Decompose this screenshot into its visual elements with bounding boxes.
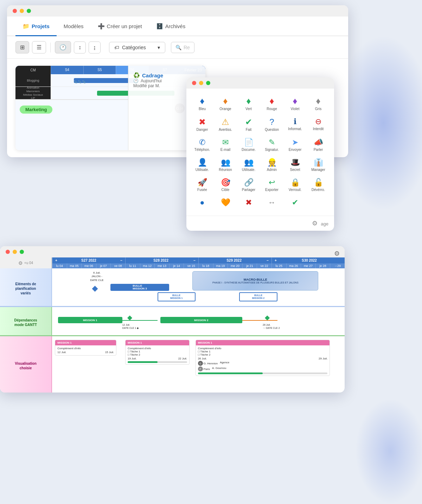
- card1-content: Complément d'info 12 Juil. 15 Juil.: [55, 345, 116, 355]
- icon-orange[interactable]: ♦ Orange: [215, 94, 236, 113]
- gantt-settings-icon[interactable]: ⚙: [334, 250, 340, 257]
- collapse-s27[interactable]: −: [120, 259, 122, 262]
- day-je28: je 28: [315, 263, 330, 268]
- icon-label-signature: Signatur.: [265, 148, 279, 152]
- progress-fill-3: [198, 372, 263, 374]
- icon-deverrouiller[interactable]: 🔓 Dévérro.: [308, 177, 328, 194]
- grid-view-button[interactable]: ⊞: [15, 41, 29, 53]
- expand-s30[interactable]: +: [275, 259, 277, 262]
- clock-button[interactable]: 🕐: [55, 41, 71, 53]
- icon-document[interactable]: 📄 Docume.: [238, 136, 259, 154]
- row-label-planification-text: Eléments deplanificationvariés: [15, 282, 36, 295]
- icon-label-email: E-mail: [220, 148, 230, 152]
- gantt-maximize-button[interactable]: [20, 250, 24, 254]
- icon-label-admin: Admin: [267, 168, 277, 172]
- manager-icon: 👔: [314, 159, 323, 166]
- icon-verrouiller[interactable]: 🔒 Verrouil.: [285, 177, 305, 194]
- sort-asc-button[interactable]: ↕: [74, 42, 86, 53]
- tab-archives[interactable]: 🗄️ Archivés: [149, 17, 193, 36]
- card-mission1-mid: MISSION 1 Complément d'info □ Tâche 1 □ …: [125, 340, 190, 365]
- icon-label-danger: Danger: [197, 128, 208, 132]
- expand-s27[interactable]: +: [55, 259, 57, 262]
- tab-creer[interactable]: ➕ Créer un projet: [91, 17, 149, 36]
- icon-picker-window: ♦ Bleu ♦ Orange ♦ Vert ♦ Rouge ♦ Violet …: [186, 77, 334, 231]
- icon-misc5[interactable]: ✔: [285, 197, 305, 210]
- icon-violet[interactable]: ♦ Violet: [285, 94, 305, 113]
- gantt-close-button[interactable]: [6, 250, 10, 254]
- picker-close-button[interactable]: [192, 81, 196, 85]
- icon-partager[interactable]: 🔗 Partager: [238, 177, 259, 194]
- s30-label: S30 2022: [302, 259, 317, 262]
- icon-label-secret: Secret: [290, 168, 300, 172]
- icon-fusee[interactable]: 🚀 Fusée: [192, 177, 212, 194]
- icon-question[interactable]: ? Question: [262, 116, 282, 134]
- day-lu04: lu 04: [52, 263, 67, 268]
- icon-info[interactable]: ℹ Informat.: [285, 116, 305, 134]
- icon-label-utilisateur2: Utilisate.: [242, 168, 255, 172]
- diamond-datecle1: [127, 315, 132, 320]
- question-icon: ?: [269, 118, 274, 126]
- icon-cible[interactable]: 🎯 Cible: [215, 177, 236, 194]
- settings-small-icon[interactable]: ⚙: [18, 260, 23, 266]
- icon-vert[interactable]: ♦ Vert: [238, 94, 259, 113]
- col-cm: CM: [15, 66, 51, 74]
- gantt-minimize-button[interactable]: [13, 250, 17, 254]
- diamond-red-icon: ♦: [269, 96, 274, 106]
- icon-bleu[interactable]: ♦ Bleu: [192, 94, 212, 113]
- gear-settings-icon[interactable]: ⚙: [312, 220, 318, 227]
- icon-danger[interactable]: ✖ Danger: [192, 116, 212, 134]
- icon-interdit[interactable]: ⊖ Interdit: [308, 116, 328, 134]
- maximize-button[interactable]: [27, 9, 31, 13]
- icon-utilisateur2[interactable]: 👥 Utilisate.: [238, 157, 259, 174]
- icon-label-vert: Vert: [245, 107, 252, 111]
- gantt-bar-1: 📎 📎 📎: [74, 78, 136, 83]
- icon-avertiss[interactable]: ⚠ Avertiss.: [215, 116, 236, 134]
- icon-label-question: Question: [265, 128, 279, 132]
- list-view-button[interactable]: ☰: [32, 41, 46, 53]
- icon-email[interactable]: ✉ E-mail: [215, 136, 236, 154]
- icon-misc1[interactable]: ●: [192, 197, 212, 210]
- icon-label-interdit: Interdit: [313, 127, 324, 131]
- sort-desc-button[interactable]: ↨: [89, 42, 101, 53]
- icon-utilisateur[interactable]: 👤 Utilisate.: [192, 157, 212, 174]
- picker-maximize-button[interactable]: [206, 81, 210, 85]
- collapse-s29[interactable]: −: [267, 259, 269, 262]
- search-icon: 🔍: [175, 45, 181, 50]
- icon-misc3[interactable]: ✖: [238, 197, 259, 210]
- collapse-s28[interactable]: −: [193, 259, 196, 262]
- tab-modeles[interactable]: Modèles: [57, 17, 91, 36]
- misc1-icon: ●: [200, 199, 204, 206]
- s29-label: S29 2022: [226, 259, 242, 262]
- icon-manager[interactable]: 👔 Manager: [308, 157, 328, 174]
- icon-fait[interactable]: ✔ Fait: [238, 116, 259, 134]
- icon-parler[interactable]: 📣 Parler: [308, 136, 328, 154]
- icon-misc4[interactable]: ↔: [262, 197, 282, 210]
- icon-label-rouge: Rouge: [267, 107, 277, 111]
- label-datecle2: 28 Juil.→ DATE CLE 2: [263, 323, 280, 330]
- danger-icon: ✖: [199, 118, 206, 126]
- picker-minimize-button[interactable]: [199, 81, 203, 85]
- label-datecle1: 12 Juil.DATE CLE 1 ◆: [122, 323, 139, 330]
- search-box[interactable]: 🔍 Re: [171, 42, 194, 53]
- close-button[interactable]: [13, 9, 17, 13]
- progress-bar-3: [198, 372, 328, 374]
- icon-telephone[interactable]: ✆ Téléphon.: [192, 136, 212, 154]
- icon-signature[interactable]: ✎ Signatur.: [262, 136, 282, 154]
- gantt-row-dependances: Dépendancesmode GANTT MISSION 1 12 Juil.…: [0, 307, 345, 336]
- tab-projets-label: Projets: [32, 23, 50, 29]
- project-card[interactable]: CM S4 S5 S6 S7 Février 23 Blogging: [15, 66, 205, 150]
- minimize-button[interactable]: [20, 9, 24, 13]
- icon-secret[interactable]: 🎩 Secret: [285, 157, 305, 174]
- tab-projets[interactable]: 📁 Projets: [15, 17, 57, 36]
- categories-dropdown[interactable]: 🏷 Catégories ▾: [109, 42, 165, 53]
- plus-icon: ➕: [98, 23, 105, 30]
- icon-exporter[interactable]: ↩ Exporter: [262, 177, 282, 194]
- day-lu25: lu 25: [271, 263, 286, 268]
- icon-gris[interactable]: ♦ Gris: [308, 94, 328, 113]
- icon-envoyer[interactable]: ➤ Envoyer: [285, 136, 305, 154]
- icon-misc2[interactable]: 🧡: [215, 197, 236, 210]
- tab-archives-label: Archivés: [165, 23, 186, 29]
- icon-reunion[interactable]: 👥 Réunion: [215, 157, 236, 174]
- icon-admin[interactable]: 👷 Admin: [262, 157, 282, 174]
- icon-rouge[interactable]: ♦ Rouge: [262, 94, 282, 113]
